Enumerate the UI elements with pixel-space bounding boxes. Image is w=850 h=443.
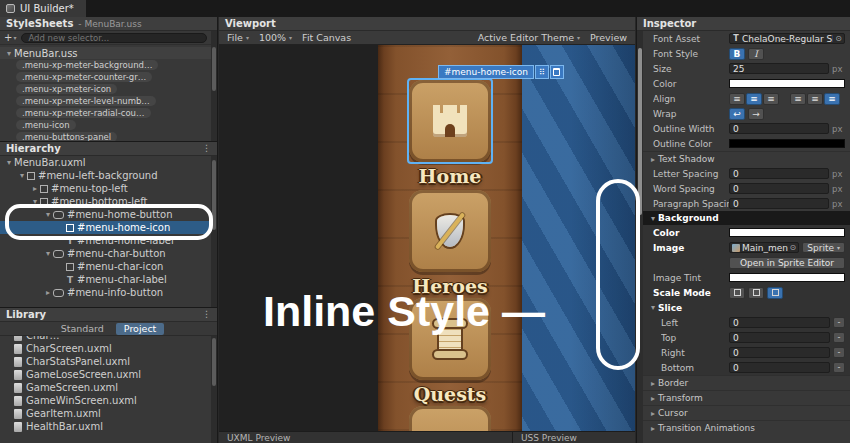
size-field[interactable]: 25 [729,63,829,74]
hierarchy-item[interactable]: ▸#menu-info-button [0,286,210,299]
menu-button-heroes[interactable]: Heroes [402,190,498,297]
bold-button[interactable]: B [729,48,745,60]
slice-bottom-field[interactable]: 0 [729,362,830,373]
hierarchy-item[interactable]: ▾#menu-home-button [0,208,210,221]
game-canvas[interactable]: HomeHeroesQuests #menu-home-icon ⠿ [378,45,635,431]
expander-open-icon[interactable]: ▾ [4,158,14,167]
delete-element-button[interactable] [550,65,564,79]
library-item[interactable]: CharStatsPanel.uxml [0,355,210,368]
fit-canvas-button[interactable]: Fit Canvas [302,32,351,43]
library-item[interactable]: GameLoseScreen.uxml [0,368,210,381]
library-item[interactable]: CharScreen.uxml [0,342,210,355]
scale-mode-fit-button[interactable] [748,287,764,299]
italic-button[interactable]: I [748,48,764,60]
foldout-border[interactable]: ▸Border [643,375,850,390]
align-bottom-button[interactable]: ≡ [824,93,840,105]
slice-left-field[interactable]: 0 [729,317,830,328]
background-color-swatch[interactable] [729,228,845,237]
foldout-cursor[interactable]: ▸Cursor [643,405,850,420]
object-picker-icon[interactable]: ⊙ [790,243,797,252]
scrollbar-thumb[interactable] [638,48,642,215]
library-tab-standard[interactable]: Standard [53,323,112,335]
expander-closed-icon[interactable]: ▸ [43,288,53,297]
ui-builder-tab[interactable]: UI Builder* [0,0,86,17]
uss-selector-row[interactable]: .menu-xp-meter-background… [0,59,217,71]
expander-open-icon[interactable]: ▾ [30,197,40,206]
uss-selector-row[interactable]: .menu-xp-meter-radial-cou… [0,107,217,119]
library-item[interactable]: GameWinScreen.uxml [0,394,210,407]
uxml-preview-panel[interactable]: UXML Preview [219,431,513,443]
hierarchy-item[interactable]: ▸#menu-top-left [0,182,210,195]
unit-dropdown[interactable]: - [833,317,845,328]
preview-toggle[interactable]: Preview [590,32,627,43]
hierarchy-item[interactable]: ▾#menu-bottom-left [0,195,210,208]
letter-spacing-field[interactable]: 0 [729,168,829,179]
uss-selector-row[interactable]: .menu-xp-meter-level-numb… [0,95,217,107]
hierarchy-item[interactable]: T#menu-char-label [0,273,210,286]
hierarchy-item[interactable]: T#menu-home-label [0,234,210,247]
text-shadow-foldout[interactable]: ▸ Text Shadow [643,151,850,166]
slice-right-field[interactable]: 0 [729,347,830,358]
hierarchy-item[interactable]: #menu-home-icon [0,221,210,234]
word-spacing-field[interactable]: 0 [729,183,829,194]
font-asset-object-field[interactable]: T ChelaOne-Regular SDF T (Fo ⊙ [729,33,845,44]
library-item[interactable]: GearItem.uxml [0,407,210,420]
outline-color-swatch[interactable] [729,139,845,148]
uss-selector-row[interactable]: .menu-buttons-panel [0,131,217,142]
background-image-object-field[interactable]: Main_menu_icor ⊙ [729,242,799,253]
menu-button-partial[interactable] [402,406,498,431]
align-left-button[interactable]: ≡ [729,93,745,105]
align-middle-button[interactable]: ≡ [807,93,823,105]
foldout-transition-animations[interactable]: ▸Transition Animations [643,420,850,435]
hierarchy-item[interactable]: ▾MenuBar.uxml [0,156,210,169]
file-menu[interactable]: File ▾ [227,32,249,43]
slice-foldout[interactable]: ▾ Slice [643,300,850,315]
hierarchy-item[interactable]: #menu-char-icon [0,260,210,273]
expander-open-icon[interactable]: ▾ [43,249,53,258]
scale-mode-stretch-button[interactable] [729,287,745,299]
stylesheet-root-row[interactable]: ▾ MenuBar.uss [0,47,217,59]
kebab-icon[interactable]: ⋮ [202,144,211,153]
drag-handle-icon[interactable]: ⠿ [535,65,549,79]
library-tab-project[interactable]: Project [116,323,165,335]
uss-selector-row[interactable]: .menu-xp-meter-icon [0,83,217,95]
expander-open-icon[interactable]: ▾ [17,171,27,180]
uss-selector-row[interactable]: .menu-icon [0,119,217,131]
library-item[interactable]: HealthBar.uxml [0,420,210,433]
background-section-header[interactable]: ▾ Background [643,211,850,225]
slice-top-field[interactable]: 0 [729,332,830,343]
library-item[interactable]: GameScreen.uxml [0,381,210,394]
align-top-button[interactable]: ≡ [790,93,806,105]
library-scrollbar[interactable] [211,336,217,443]
unit-dropdown[interactable]: - [833,332,845,343]
expander-closed-icon[interactable]: ▸ [30,184,40,193]
align-right-button[interactable]: ≡ [763,93,779,105]
add-selector-input[interactable] [21,33,207,43]
editor-theme-dropdown[interactable]: Active Editor Theme ▾ [478,32,580,43]
size-unit[interactable]: px [832,64,845,74]
foldout-transform[interactable]: ▸Transform [643,390,850,405]
unit-dropdown[interactable]: - [833,362,845,373]
expander-open-icon[interactable]: ▾ [43,210,53,219]
outline-width-unit[interactable]: px [832,124,845,134]
open-sprite-editor-button[interactable]: Open in Sprite Editor [729,257,845,269]
scale-mode-fill-button[interactable] [767,287,783,299]
add-selector-button[interactable]: + ▾ [4,32,16,43]
word-spacing-unit[interactable]: px [832,184,845,194]
wrap-off-button[interactable]: → [748,108,764,120]
color-swatch[interactable] [729,79,845,88]
uss-selector-row[interactable]: .menu-xp-meter-counter-gr… [0,71,217,83]
selected-element-name[interactable]: #menu-home-icon [438,65,534,79]
wrap-on-button[interactable]: ↩ [729,108,745,120]
kebab-icon[interactable]: ⋮ [202,310,211,319]
uss-preview-panel[interactable]: USS Preview [513,431,635,443]
object-picker-icon[interactable]: ⊙ [835,34,842,43]
hierarchy-item[interactable]: ▾#menu-left-background [0,169,210,182]
letter-spacing-unit[interactable]: px [832,169,845,179]
zoom-dropdown[interactable]: 100% ▾ [259,32,292,43]
outline-width-field[interactable]: 0 [729,123,829,134]
paragraph-spacing-field[interactable]: 0 [729,198,829,209]
unit-dropdown[interactable]: - [833,347,845,358]
menu-button-quests[interactable]: Quests [402,298,498,405]
hierarchy-scrollbar[interactable] [211,156,217,307]
